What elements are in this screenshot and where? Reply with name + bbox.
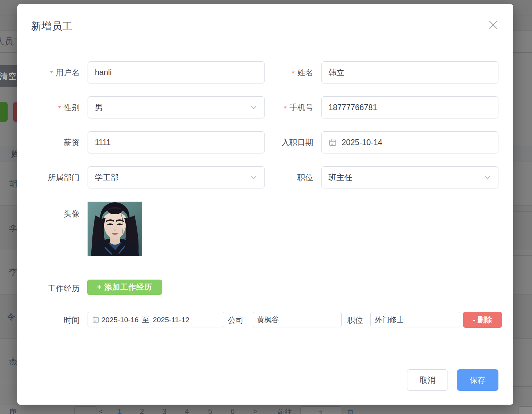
cancel-button[interactable]: 取消 [407,369,448,391]
table-cell-name: 胡 [9,178,17,189]
pagination-jump-suffix: 页 [346,407,354,414]
phone-label: *手机号 [283,102,313,113]
close-icon[interactable] [488,19,499,30]
phone-value: 18777766781 [328,103,491,112]
add-employee-dialog: 新增员工 *用户名 hanli *姓名 韩立 *性别 男 *手机号 187777… [17,4,513,405]
name-input[interactable]: 韩立 [321,61,498,83]
name-label: *姓名 [291,67,313,78]
pagination-jump-prefix: 前往 [277,407,292,414]
table-cell-name: 李 [9,222,17,234]
table-cell-name: 燕 [9,355,17,367]
username-label-text: 用户名 [56,68,80,77]
experience-label-text: 工作经历 [48,284,80,293]
position-label: 职位 [297,172,313,183]
salary-label: 薪资 [64,137,80,148]
name-label-text: 姓名 [297,68,313,77]
department-select[interactable]: 学工部 [88,166,265,188]
gender-select[interactable]: 男 [88,96,265,118]
add-experience-button[interactable]: + 添加工作经历 [87,280,162,295]
table-row-divider [513,299,532,299]
calendar-icon [92,316,99,323]
name-value: 韩立 [328,67,491,78]
username-input[interactable]: hanli [88,61,265,83]
experience-date-end: 2025-11-12 [153,316,189,324]
pagination-page-1[interactable]: 1 [117,407,121,414]
experience-date-range-picker[interactable]: 2025-10-16 至 2025-11-12 [88,312,224,327]
pagination-page-5[interactable]: 5 [208,407,212,414]
gender-label: *性别 [58,102,80,113]
department-label: 所属部门 [48,172,80,183]
page-root: 人员工 清空 姓 胡 李 李 令 燕 唐 [0,0,532,414]
salary-value: 1111 [95,138,258,147]
department-value: 学工部 [95,172,250,183]
hire-date-picker[interactable]: 2025-10-14 [321,131,498,153]
pagination-bar: 唐 < 1 2 3 4 5 6 > 前往 1 页 [0,405,532,414]
delete-experience-button[interactable]: - 删除 [463,312,502,328]
table-column-divider [523,53,523,414]
gender-label-text: 性别 [64,103,80,112]
position-value: 班主任 [328,172,484,183]
salary-label-text: 薪资 [64,138,80,147]
pagination-page-6[interactable]: 6 [231,407,235,414]
calendar-icon [328,138,337,147]
position-select[interactable]: 班主任 [321,166,498,188]
required-asterisk: * [291,69,295,78]
required-asterisk: * [50,69,53,78]
company-value: 黄枫谷 [257,315,279,325]
avatar-portrait [88,202,142,256]
chevron-down-icon [484,174,491,181]
chevron-down-icon [250,104,258,111]
required-asterisk: * [58,104,61,113]
hire-date-label: 入职日期 [281,137,313,148]
table-row-divider [513,343,532,343]
avatar-label: 头像 [64,209,80,219]
hire-date-value: 2025-10-14 [342,138,491,147]
table-cell-name: 令 [7,311,15,322]
table-row-divider [513,386,532,387]
hire-date-label-text: 入职日期 [281,138,313,147]
pagination-page-4[interactable]: 4 [185,407,189,414]
pagination-page-2[interactable]: 2 [140,407,144,414]
experience-position-value: 外门修士 [375,315,404,325]
gender-value: 男 [95,102,250,113]
time-label: 时间 [64,315,80,326]
avatar-image[interactable] [88,202,142,256]
table-cell-name: 李 [9,267,17,278]
username-value: hanli [95,68,258,77]
position-label-text: 职位 [297,173,313,182]
pagination-next-icon[interactable]: > [253,407,258,414]
salary-input[interactable]: 1111 [88,131,265,153]
table-row-divider [513,255,532,256]
phone-input[interactable]: 18777766781 [321,96,498,118]
table-fixed-cell [518,406,532,414]
experience-date-start: 2025-10-16 [101,316,138,324]
page-size-select[interactable] [74,406,97,414]
phone-label-text: 手机号 [289,103,313,112]
experience-position-input[interactable]: 外门修士 [370,312,460,327]
avatar-label-text: 头像 [64,209,80,218]
experience-position-label: 职位 [347,315,363,326]
experience-label: 工作经历 [48,283,80,294]
username-label: *用户名 [50,67,80,78]
dialog-title: 新增员工 [31,19,73,33]
pagination-page-3[interactable]: 3 [162,407,166,414]
required-asterisk: * [283,104,287,113]
clear-button-label: 清空 [0,71,17,82]
pagination-prev-icon[interactable]: < [99,407,103,414]
save-button[interactable]: 保存 [457,369,498,391]
company-input[interactable]: 黄枫谷 [253,312,342,327]
table-cell-name: 唐 [9,407,17,414]
add-button-background[interactable] [0,102,8,122]
chevron-down-icon [250,174,258,181]
pagination-jump-input[interactable]: 1 [300,406,341,414]
experience-date-separator: 至 [142,315,149,325]
company-label: 公司 [228,315,244,326]
table-row-divider [513,211,532,212]
department-label-text: 所属部门 [48,173,80,182]
